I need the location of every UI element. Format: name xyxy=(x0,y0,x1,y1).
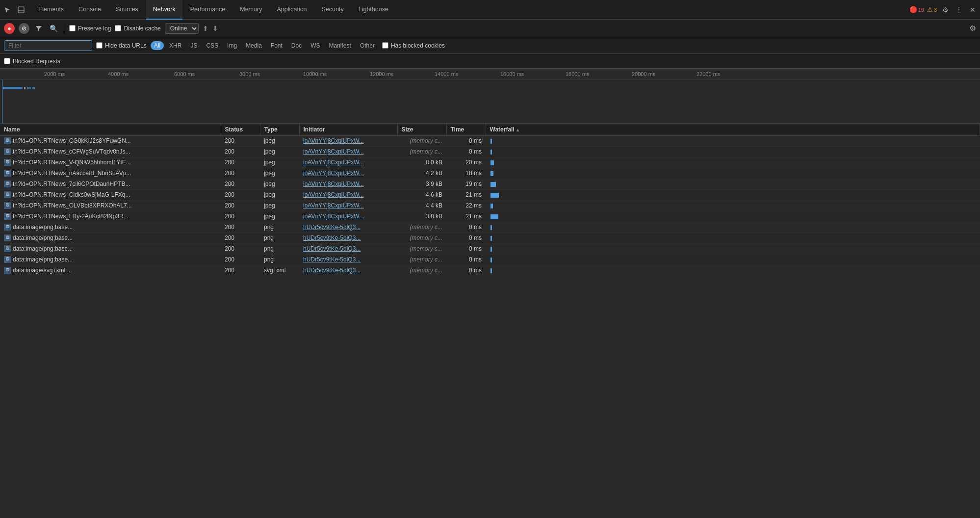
resource-size: (memory c... xyxy=(397,146,446,157)
resource-type-icon: 🖼 xyxy=(4,256,11,263)
hide-data-urls-checkbox[interactable] xyxy=(96,42,103,49)
resource-waterfall xyxy=(486,179,980,189)
waterfall-chart xyxy=(0,79,980,124)
resource-size: 4.2 kB xyxy=(397,168,446,179)
filter-img[interactable]: Img xyxy=(224,41,240,50)
table-row[interactable]: 🖼th?id=OPN.RTNews_CG0kKIJ2s8YFuwGN...200… xyxy=(0,135,980,146)
tab-elements[interactable]: Elements xyxy=(31,0,71,20)
resource-initiator[interactable]: hUDr5cv9tKe-5diQ3... xyxy=(299,265,397,276)
resource-time: 0 ms xyxy=(446,254,486,265)
resource-initiator[interactable]: hUDr5cv9tKe-5diQ3... xyxy=(299,222,397,233)
stop-button[interactable]: ⊘ xyxy=(19,23,29,34)
table-header-row: Name Status Type Initiator Size Time Wat… xyxy=(0,124,980,135)
table-row[interactable]: 🖼th?id=OPN.RTNews_OLVBbt8XPRXOhAL7...200… xyxy=(0,200,980,211)
resource-type-icon: 🖼 xyxy=(4,224,11,231)
warning-badge: ⚠ 3 xyxy=(927,6,937,13)
preserve-log-checkbox[interactable] xyxy=(69,25,76,31)
col-initiator[interactable]: Initiator xyxy=(299,124,397,135)
resource-initiator[interactable]: ioAVnYYj8CxpiUPxW... xyxy=(299,157,397,168)
filter-font[interactable]: Font xyxy=(267,41,286,50)
tab-console[interactable]: Console xyxy=(72,0,108,20)
upload-icon[interactable]: ⬆ xyxy=(203,25,208,32)
record-button[interactable]: ● xyxy=(4,23,15,34)
col-time[interactable]: Time xyxy=(446,124,486,135)
table-row[interactable]: 🖼th?id=OPN.RTNews_LRy-2AuKct82lNp3R...20… xyxy=(0,211,980,222)
filter-icon[interactable] xyxy=(33,23,44,34)
resource-type-icon: 🖼 xyxy=(4,181,11,187)
table-row[interactable]: 🖼th?id=OPN.RTNews_Cidks0wSjMaG-LFXq...20… xyxy=(0,189,980,200)
tab-network[interactable]: Network xyxy=(146,0,182,20)
resource-type: jpeg xyxy=(260,135,299,146)
table-row[interactable]: 🖼th?id=OPN.RTNews_7cil6CPOtDaunHPTB...20… xyxy=(0,179,980,189)
filter-input[interactable] xyxy=(4,40,92,51)
table-row[interactable]: 🖼th?id=OPN.RTNews_cCFWgSuVTqdv0nJs...200… xyxy=(0,146,980,157)
resource-initiator[interactable]: hUDr5cv9tKe-5diQ3... xyxy=(299,254,397,265)
resource-initiator[interactable]: ioAVnYYj8CxpiUPxW... xyxy=(299,189,397,200)
close-icon[interactable]: ✕ xyxy=(967,4,978,15)
filter-js[interactable]: JS xyxy=(187,41,201,50)
filter-ws[interactable]: WS xyxy=(307,41,323,50)
tab-memory[interactable]: Memory xyxy=(233,0,269,20)
filter-other[interactable]: Other xyxy=(357,41,378,50)
tick-4000: 4000 ms xyxy=(108,69,129,79)
filter-all[interactable]: All xyxy=(151,41,164,50)
tab-security[interactable]: Security xyxy=(315,0,351,20)
hide-data-urls-label[interactable]: Hide data URLs xyxy=(96,42,147,49)
resource-name: th?id=OPN.RTNews_CG0kKIJ2s8YFuwGN... xyxy=(13,137,131,144)
table-row[interactable]: 🖼data:image/png;base...200pnghUDr5cv9tKe… xyxy=(0,233,980,243)
table-row[interactable]: 🖼data:image/png;base...200pnghUDr5cv9tKe… xyxy=(0,222,980,233)
col-name[interactable]: Name xyxy=(0,124,221,135)
download-icon[interactable]: ⬇ xyxy=(212,25,218,32)
table-row[interactable]: 🖼th?id=OPN.RTNews_V-QNlW5hhhomI1YtE...20… xyxy=(0,157,980,168)
disable-cache-label[interactable]: Disable cache xyxy=(115,25,160,32)
dock-icon[interactable] xyxy=(16,4,26,15)
search-icon[interactable]: 🔍 xyxy=(48,23,59,34)
resource-initiator[interactable]: ioAVnYYj8CxpiUPxW... xyxy=(299,179,397,189)
tab-sources[interactable]: Sources xyxy=(109,0,145,20)
resource-initiator[interactable]: ioAVnYYj8CxpiUPxW... xyxy=(299,146,397,157)
blocked-requests-label[interactable]: Blocked Requests xyxy=(4,58,60,65)
tick-2000: 2000 ms xyxy=(44,69,65,79)
table-row[interactable]: 🖼data:image/png;base...200pnghUDr5cv9tKe… xyxy=(0,254,980,265)
resource-initiator[interactable]: ioAVnYYj8CxpiUPxW... xyxy=(299,211,397,222)
network-table-container[interactable]: Name Status Type Initiator Size Time Wat… xyxy=(0,124,980,518)
blocked-requests-checkbox[interactable] xyxy=(4,58,10,64)
preserve-log-label[interactable]: Preserve log xyxy=(69,25,111,32)
toolbar-gear-icon[interactable]: ⚙ xyxy=(969,24,976,33)
resource-initiator[interactable]: ioAVnYYj8CxpiUPxW... xyxy=(299,135,397,146)
filter-media[interactable]: Media xyxy=(242,41,265,50)
table-row[interactable]: 🖼data:image/svg+xml;...200svg+xmlhUDr5cv… xyxy=(0,265,980,276)
tick-16000: 16000 ms xyxy=(500,69,524,79)
has-blocked-cookies-label[interactable]: Has blocked cookies xyxy=(382,42,445,49)
cursor-icon[interactable] xyxy=(2,4,13,15)
has-blocked-cookies-checkbox[interactable] xyxy=(382,42,388,49)
resource-time: 0 ms xyxy=(446,233,486,243)
resource-name: th?id=OPN.RTNews_7cil6CPOtDaunHPTB... xyxy=(13,181,130,187)
col-status[interactable]: Status xyxy=(221,124,260,135)
col-waterfall[interactable]: Waterfall xyxy=(486,124,980,135)
tab-performance[interactable]: Performance xyxy=(183,0,232,20)
resource-initiator[interactable]: hUDr5cv9tKe-5diQ3... xyxy=(299,243,397,254)
resource-status: 200 xyxy=(221,179,260,189)
resource-name: th?id=OPN.RTNews_nAaccetB_NbnSuAVp... xyxy=(13,170,131,177)
table-row[interactable]: 🖼th?id=OPN.RTNews_nAaccetB_NbnSuAVp...20… xyxy=(0,168,980,179)
filter-css[interactable]: CSS xyxy=(203,41,222,50)
col-type[interactable]: Type xyxy=(260,124,299,135)
resource-status: 200 xyxy=(221,168,260,179)
resource-initiator[interactable]: ioAVnYYj8CxpiUPxW... xyxy=(299,200,397,211)
tab-application[interactable]: Application xyxy=(270,0,313,20)
throttle-select[interactable]: Online xyxy=(165,23,199,34)
filter-xhr[interactable]: XHR xyxy=(166,41,185,50)
table-row[interactable]: 🖼data:image/png;base...200pnghUDr5cv9tKe… xyxy=(0,243,980,254)
resource-waterfall xyxy=(486,189,980,200)
resource-initiator[interactable]: ioAVnYYj8CxpiUPxW... xyxy=(299,168,397,179)
more-icon[interactable]: ⋮ xyxy=(954,4,964,15)
filter-manifest[interactable]: Manifest xyxy=(326,41,355,50)
filter-doc[interactable]: Doc xyxy=(288,41,305,50)
col-size[interactable]: Size xyxy=(397,124,446,135)
settings-icon[interactable]: ⚙ xyxy=(940,4,951,15)
tab-lighthouse[interactable]: Lighthouse xyxy=(352,0,395,20)
resource-initiator[interactable]: hUDr5cv9tKe-5diQ3... xyxy=(299,233,397,243)
resource-time: 21 ms xyxy=(446,211,486,222)
disable-cache-checkbox[interactable] xyxy=(115,25,121,31)
